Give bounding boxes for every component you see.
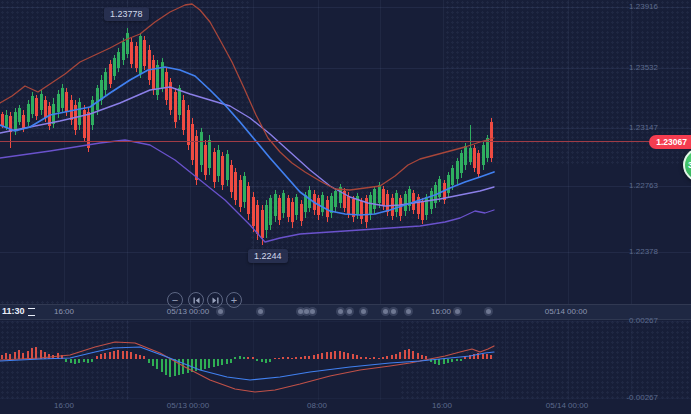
- candle-body: [109, 64, 112, 84]
- macd-histogram-bar: [460, 359, 462, 361]
- candle-body: [473, 148, 476, 168]
- candle-body: [490, 122, 493, 158]
- candle-body: [5, 115, 8, 128]
- macd-histogram-bar: [35, 347, 37, 359]
- macd-histogram-bar: [252, 357, 254, 359]
- macd-histogram-bar: [386, 356, 388, 359]
- price-axis-label: 1.23916: [629, 2, 658, 11]
- macd-histogram-bar: [104, 353, 106, 359]
- candle-body: [27, 104, 30, 122]
- candle-body: [165, 72, 168, 100]
- candle-body: [477, 153, 480, 174]
- macd-histogram-bar: [208, 359, 210, 368]
- macd-histogram-bar: [234, 357, 236, 359]
- candle-body: [382, 189, 385, 206]
- macd-histogram-bar: [278, 358, 280, 359]
- time-scrollbar[interactable]: [0, 304, 691, 320]
- candle-body: [373, 189, 376, 209]
- macd-histogram-bar: [78, 359, 80, 363]
- candle-body: [152, 60, 155, 90]
- candle-body: [300, 204, 303, 221]
- timebar-marker-dot[interactable]: [383, 309, 388, 314]
- price-axis-label: 1.23147: [629, 123, 658, 132]
- macd-histogram-bar: [326, 352, 328, 359]
- candle-body: [57, 94, 60, 112]
- trading-chart-window: 1.23778 1.2244 1.23067 34 11:30 16:0005/…: [0, 0, 691, 414]
- macd-histogram-bar: [382, 357, 384, 359]
- timebar-marker-dot[interactable]: [391, 309, 396, 314]
- macd-histogram-bar: [347, 353, 349, 359]
- candle-body: [334, 191, 337, 207]
- candle-body: [456, 161, 459, 179]
- timebar-marker-dot[interactable]: [338, 309, 343, 314]
- macd-histogram-bar: [443, 359, 445, 364]
- candle-body: [100, 80, 103, 100]
- candle-body: [148, 50, 151, 80]
- timebar-time-label: 05/13 00:00: [167, 307, 209, 316]
- candle-body: [143, 40, 146, 66]
- candle-body: [113, 58, 116, 76]
- macd-histogram-bar: [113, 351, 115, 359]
- macd-histogram-bar: [239, 356, 241, 359]
- candle-body: [261, 210, 264, 238]
- timebar-marker-dot[interactable]: [347, 309, 352, 314]
- macd-histogram-bar: [308, 356, 310, 359]
- timebar-marker-dot[interactable]: [406, 309, 411, 314]
- macd-histogram-bar: [265, 359, 267, 363]
- candle-body: [117, 52, 120, 68]
- macd-histogram-bar: [447, 359, 449, 363]
- macd-histogram-bar: [126, 351, 128, 359]
- timebar-marker-dot[interactable]: [298, 309, 303, 314]
- candle-body: [226, 154, 229, 180]
- macd-histogram-bar: [490, 355, 492, 359]
- high-price-tooltip: 1.23778: [104, 7, 149, 21]
- macd-histogram-bar: [378, 358, 380, 359]
- skip-back-button[interactable]: [188, 292, 204, 308]
- candle-body: [421, 202, 424, 220]
- macd-histogram-bar: [18, 350, 20, 359]
- timebar-marker-dot[interactable]: [304, 309, 309, 314]
- low-price-tooltip: 1.2244: [248, 249, 288, 263]
- macd-histogram-bar: [408, 349, 410, 359]
- macd-histogram-bar: [343, 352, 345, 359]
- candle-body: [230, 165, 233, 192]
- candle-body: [482, 145, 485, 165]
- macd-histogram-bar: [143, 356, 145, 359]
- candle-body: [469, 148, 472, 162]
- candle-body: [317, 198, 320, 215]
- macd-histogram-bar: [139, 355, 141, 359]
- macd-signal-line: [0, 342, 494, 392]
- timebar-marker-dot[interactable]: [455, 309, 460, 314]
- macd-histogram-bar: [482, 354, 484, 359]
- candle-body: [182, 100, 185, 130]
- candle-body: [369, 195, 372, 215]
- zoom-in-button[interactable]: +: [226, 292, 242, 308]
- candle-body: [135, 46, 138, 68]
- timebar-time-label: 16:00: [431, 307, 451, 316]
- macd-histogram-bar: [226, 359, 228, 364]
- timebar-marker-dot[interactable]: [486, 309, 491, 314]
- time-axis-label: 05/14 00:00: [546, 401, 588, 410]
- macd-histogram-bar: [300, 357, 302, 359]
- timebar-marker-dot[interactable]: [361, 309, 366, 314]
- candle-body: [460, 153, 463, 173]
- macd-histogram-bar: [117, 350, 119, 359]
- timebar-marker-dot[interactable]: [258, 309, 263, 314]
- macd-histogram-bar: [70, 359, 72, 363]
- candle-body: [87, 112, 90, 148]
- timebar-marker-dot[interactable]: [218, 309, 223, 314]
- candle-body: [278, 198, 281, 220]
- candle-body: [386, 194, 389, 212]
- price-axis-label: 1.23532: [629, 63, 658, 72]
- skip-forward-button[interactable]: [207, 292, 223, 308]
- macd-histogram-bar: [425, 356, 427, 359]
- macd-histogram-bar: [247, 357, 249, 359]
- bollinger-upper-line: [0, 4, 494, 190]
- macd-histogram-bar: [317, 354, 319, 359]
- macd-histogram-bar: [391, 355, 393, 359]
- macd-histogram-bar: [451, 359, 453, 362]
- timebar-marker-dot[interactable]: [310, 309, 315, 314]
- candle-body: [287, 198, 290, 217]
- macd-histogram-bar: [373, 357, 375, 359]
- zoom-out-button[interactable]: −: [167, 292, 183, 308]
